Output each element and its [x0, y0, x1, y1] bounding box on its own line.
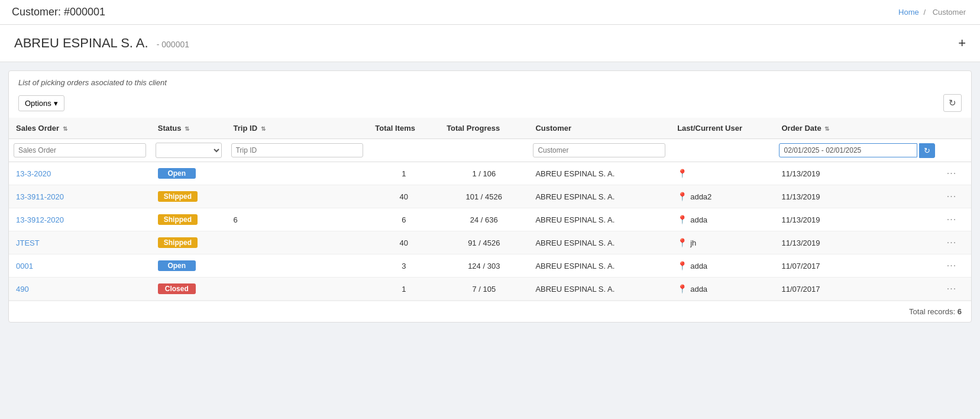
table-row: 13-3911-2020 Shipped 40 101 / 4526 ABREU… — [9, 185, 971, 208]
sales-order-link[interactable]: 13-3-2020 — [16, 169, 51, 178]
user-name: jh — [690, 238, 696, 247]
more-actions-button[interactable]: ··· — [947, 283, 956, 294]
cell-total-items: 40 — [368, 231, 439, 254]
more-actions-button[interactable]: ··· — [947, 214, 956, 225]
toolbar: Options ▾ ↻ — [9, 91, 971, 118]
cell-total-items: 1 — [368, 278, 439, 301]
sort-icon: ⇅ — [185, 125, 189, 132]
status-badge: Shipped — [158, 237, 198, 248]
cell-last-user: 📍 — [670, 162, 774, 185]
trip-id-filter-input[interactable] — [231, 143, 364, 157]
table-row: 13-3912-2020 Shipped 6 6 24 / 636 ABREU … — [9, 208, 971, 231]
customer-id-tag: - 000001 — [157, 40, 189, 49]
more-actions-button[interactable]: ··· — [947, 168, 956, 179]
more-actions-button[interactable]: ··· — [947, 237, 956, 248]
breadcrumb-home[interactable]: Home — [898, 8, 919, 17]
cell-status: Shipped — [151, 231, 227, 254]
toolbar-refresh-button[interactable]: ↻ — [943, 94, 962, 112]
more-actions-button[interactable]: ··· — [947, 260, 956, 271]
date-range-filter-input[interactable] — [779, 143, 917, 157]
cell-total-progress: 124 / 303 — [439, 254, 528, 278]
table-header-row: Sales Order ⇅ Status ⇅ Trip ID ⇅ Total I… — [9, 118, 971, 139]
cell-order-date: 11/13/2019 — [774, 208, 939, 231]
cell-status: Shipped — [151, 185, 227, 208]
filter-customer — [528, 139, 670, 162]
sales-order-link[interactable]: 490 — [16, 285, 29, 294]
col-header-trip-id: Trip ID ⇅ — [227, 118, 368, 139]
customer-title-block: ABREU ESPINAL S. A. - 000001 — [14, 36, 189, 51]
filter-row: Open Shipped Closed ↻ — [9, 139, 971, 162]
cell-total-progress: 101 / 4526 — [439, 185, 528, 208]
cell-total-progress: 1 / 106 — [439, 162, 528, 185]
cell-customer: ABREU ESPINAL S. A. — [528, 278, 670, 301]
table-body: 13-3-2020 Open 1 1 / 106 ABREU ESPINAL S… — [9, 162, 971, 301]
customer-name-text: ABREU ESPINAL S. A. — [14, 36, 148, 50]
filter-status: Open Shipped Closed — [151, 139, 227, 162]
cell-trip-id — [227, 231, 368, 254]
col-header-actions — [940, 118, 971, 139]
cell-order-date: 11/07/2017 — [774, 254, 939, 278]
user-name: adda — [690, 262, 707, 270]
cell-trip-id — [227, 278, 368, 301]
sales-order-filter-input[interactable] — [14, 143, 146, 157]
col-header-order-date: Order Date ⇅ — [774, 118, 939, 139]
col-header-total-progress: Total Progress — [439, 118, 528, 139]
cell-total-items: 40 — [368, 185, 439, 208]
pin-icon: 📍 — [677, 284, 687, 294]
sales-order-link[interactable]: JTEST — [16, 238, 40, 247]
cell-actions: ··· — [940, 278, 971, 301]
cell-sales-order: 13-3912-2020 — [9, 208, 151, 231]
cell-sales-order: 0001 — [9, 254, 151, 278]
col-header-sales-order: Sales Order ⇅ — [9, 118, 151, 139]
orders-table: Sales Order ⇅ Status ⇅ Trip ID ⇅ Total I… — [9, 118, 971, 301]
status-filter-select[interactable]: Open Shipped Closed — [156, 143, 222, 158]
cell-customer: ABREU ESPINAL S. A. — [528, 185, 670, 208]
filter-sales-order — [9, 139, 151, 162]
col-header-total-items: Total Items — [368, 118, 439, 139]
sort-icon: ⇅ — [261, 125, 266, 132]
filter-actions — [940, 139, 971, 162]
options-button[interactable]: Options ▾ — [18, 95, 64, 111]
top-bar: Customer: #000001 Home / Customer — [0, 0, 980, 25]
customer-header: ABREU ESPINAL S. A. - 000001 + — [0, 25, 980, 62]
cell-last-user: 📍adda — [670, 208, 774, 231]
cell-total-progress: 24 / 636 — [439, 208, 528, 231]
sales-order-link[interactable]: 13-3912-2020 — [16, 215, 64, 224]
filter-date-range: ↻ — [774, 139, 939, 162]
cell-actions: ··· — [940, 231, 971, 254]
filter-last-user — [670, 139, 774, 162]
status-badge: Open — [158, 168, 196, 179]
add-button[interactable]: + — [958, 36, 966, 51]
filter-trip-id — [227, 139, 368, 162]
cell-customer: ABREU ESPINAL S. A. — [528, 254, 670, 278]
main-content: List of picking orders asociated to this… — [8, 70, 972, 323]
chevron-down-icon: ▾ — [54, 99, 58, 108]
cell-status: Shipped — [151, 208, 227, 231]
cell-status: Closed — [151, 278, 227, 301]
cell-actions: ··· — [940, 162, 971, 185]
filter-total-items — [368, 139, 439, 162]
breadcrumb-current: Customer — [933, 8, 966, 17]
date-refresh-button[interactable]: ↻ — [919, 143, 935, 158]
cell-sales-order: 13-3911-2020 — [9, 185, 151, 208]
cell-customer: ABREU ESPINAL S. A. — [528, 208, 670, 231]
status-badge: Shipped — [158, 214, 198, 225]
sales-order-link[interactable]: 0001 — [16, 262, 33, 270]
filter-total-progress — [439, 139, 528, 162]
table-row: 490 Closed 1 7 / 105 ABREU ESPINAL S. A.… — [9, 278, 971, 301]
page-title: Customer: #000001 — [12, 6, 105, 18]
cell-actions: ··· — [940, 208, 971, 231]
customer-filter-input[interactable] — [533, 143, 665, 157]
cell-trip-id — [227, 185, 368, 208]
cell-order-date: 11/13/2019 — [774, 162, 939, 185]
total-records-label: Total records: — [909, 307, 955, 316]
sales-order-link[interactable]: 13-3911-2020 — [16, 192, 64, 201]
cell-trip-id — [227, 254, 368, 278]
more-actions-button[interactable]: ··· — [947, 191, 956, 202]
status-badge: Closed — [158, 283, 196, 294]
cell-actions: ··· — [940, 185, 971, 208]
col-header-customer: Customer — [528, 118, 670, 139]
cell-actions: ··· — [940, 254, 971, 278]
customer-name: ABREU ESPINAL S. A. - 000001 — [14, 36, 189, 50]
cell-trip-id: 6 — [227, 208, 368, 231]
